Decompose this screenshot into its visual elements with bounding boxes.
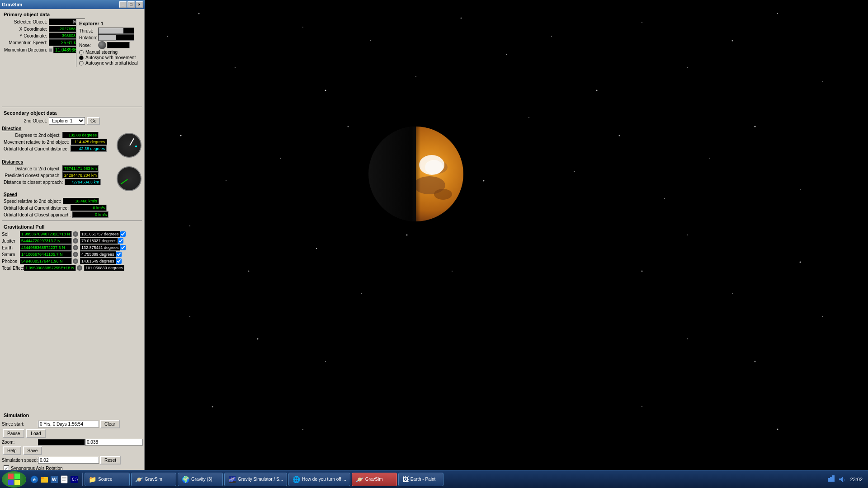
orbital-closest-label: Orbital Ideal at Closest approach: (4, 212, 72, 217)
svg-point-45 (822, 316, 823, 317)
grav-circle-earth (73, 245, 78, 250)
taskbar-app-gravsim[interactable]: 🪐GravSim (131, 473, 176, 486)
minimize-button[interactable]: _ (119, 1, 127, 8)
rotation-slider[interactable] (98, 34, 134, 41)
autosync-movement-radio[interactable] (79, 56, 84, 60)
orbital-row: Orbital Ideal at Current distance: 42.38… (4, 145, 114, 152)
thrust-slider[interactable] (98, 28, 134, 34)
taskbar-app-icon-gravity-sim: 🌌 (228, 476, 236, 483)
since-start-input[interactable] (38, 421, 99, 427)
direction-compass (117, 133, 142, 158)
svg-point-24 (574, 171, 575, 172)
autosync-orbital-radio[interactable] (79, 61, 84, 66)
since-start-row: Since start: Clear (2, 420, 143, 428)
grav-value-phobos: 54948385176441.96 N (20, 258, 72, 264)
rotation-label: Rotation: (79, 35, 98, 40)
manual-steering-radio[interactable] (79, 50, 84, 55)
grav-check-sol[interactable] (120, 231, 126, 237)
gravitational-section: Gravitational Pull Sol 1.99586709407232E… (0, 222, 144, 272)
gravitational-rows: Sol 1.99586709407232E+18 N 101.051757 de… (2, 231, 142, 271)
reset-button[interactable]: Reset (100, 456, 121, 465)
close-button[interactable]: × (136, 1, 143, 8)
network-icon[interactable] (826, 475, 835, 484)
cmd-icon[interactable]: C:\ (70, 475, 79, 484)
grav-label-sol: Sol (2, 232, 20, 237)
svg-point-16 (180, 135, 182, 136)
go-button[interactable]: Go (87, 117, 100, 125)
sim-speed-input[interactable] (38, 457, 99, 464)
grav-check-jupiter[interactable] (118, 238, 123, 244)
svg-point-36 (642, 271, 643, 272)
svg-point-17 (226, 180, 226, 181)
movement-label: Movement relative to 2nd object: (4, 140, 71, 145)
zoom-slider[interactable] (38, 439, 85, 446)
orbital-closest-value: 0 km/s (72, 211, 108, 218)
svg-point-23 (528, 117, 529, 118)
grav-angle-sol: 101.051757 degrees (80, 231, 120, 237)
svg-point-2 (235, 67, 236, 68)
closest-label: Distance to closest approach: (4, 180, 65, 185)
svg-point-38 (732, 293, 733, 294)
taskbar-app-source[interactable]: 📁Source (85, 473, 130, 486)
mars-svg (366, 122, 466, 226)
ie-icon[interactable]: e (30, 475, 39, 484)
maximize-button[interactable]: □ (127, 1, 135, 8)
taskbar-app-icon-gravsim: 🪐 (135, 476, 143, 483)
speed-relative-row: Speed relative to 2nd object: 18.466 km/… (4, 198, 140, 204)
svg-rect-61 (8, 474, 14, 479)
speed-relative-value: 18.466 km/s (63, 198, 99, 204)
taskbar-app-earth-paint[interactable]: 🖼Earth - Paint (398, 473, 443, 486)
svg-point-37 (687, 235, 688, 235)
zoom-value-input[interactable] (85, 439, 143, 446)
svg-point-19 (348, 126, 349, 127)
taskbar-app-gravsim-active[interactable]: 🪐GravSim (352, 473, 397, 486)
speed-relative-label: Speed relative to 2nd object: (4, 199, 63, 204)
svg-point-40 (189, 316, 190, 317)
grav-check-phobos[interactable] (116, 258, 122, 264)
manual-steering-row: Manual steering (79, 50, 140, 55)
volume-icon[interactable]: ) (837, 475, 846, 484)
clear-button[interactable]: Clear (100, 420, 120, 428)
thrust-label: Thrust: (79, 28, 98, 33)
title-bar-buttons: _ □ × (119, 1, 143, 8)
grav-label-earth: Earth (2, 245, 20, 250)
since-start-label: Since start: (2, 422, 38, 427)
primary-section-title: Primary object data (2, 11, 142, 18)
pause-button[interactable]: Pause (3, 429, 24, 438)
save-button[interactable]: Save (23, 446, 42, 455)
secondary-section-title: Secondary object data (2, 109, 142, 117)
grav-check-saturn[interactable] (116, 252, 122, 257)
clock: 23:02 (848, 477, 864, 482)
svg-point-15 (822, 81, 823, 82)
svg-point-44 (755, 361, 756, 362)
gravitational-row-sol: Sol 1.99586709407232E+18 N 101.051757 de… (2, 231, 142, 237)
second-object-row: 2nd Object: Explorer 1 Go (4, 117, 140, 125)
notepad-icon[interactable] (60, 475, 69, 484)
svg-point-29 (800, 189, 801, 190)
nose-slider[interactable] (107, 42, 130, 48)
mars-planet (366, 122, 466, 226)
svg-point-7 (461, 18, 462, 19)
svg-point-5 (370, 40, 371, 41)
help-button[interactable]: Help (3, 446, 21, 455)
svg-point-4 (325, 90, 326, 91)
svg-rect-63 (8, 480, 14, 485)
manual-steering-label: Manual steering (85, 50, 118, 55)
word-icon[interactable]: W (50, 475, 59, 484)
start-button[interactable] (2, 471, 26, 488)
svg-point-47 (302, 429, 303, 430)
second-object-select[interactable]: Explorer 1 (49, 117, 85, 125)
taskbar-app-label-how-do-you: How do you turn off ... (302, 477, 346, 482)
svg-rect-68 (41, 477, 44, 479)
simulation-title: Simulation (2, 412, 143, 419)
load-button[interactable]: Load (26, 429, 45, 438)
taskbar-app-how-do-you[interactable]: 🌐How do you turn off ... (288, 473, 350, 486)
grav-check-earth[interactable] (120, 245, 126, 250)
taskbar-app-gravity3[interactable]: 🌍Gravity (3) (178, 473, 223, 486)
speed-title: Speed (2, 192, 142, 197)
nose-row: Nose: (79, 41, 140, 49)
compass-needle (135, 145, 137, 147)
svg-point-13 (732, 40, 733, 42)
explorer-icon[interactable] (40, 475, 49, 484)
taskbar-app-gravity-sim[interactable]: 🌌Gravity Simulator / S... (224, 473, 287, 486)
